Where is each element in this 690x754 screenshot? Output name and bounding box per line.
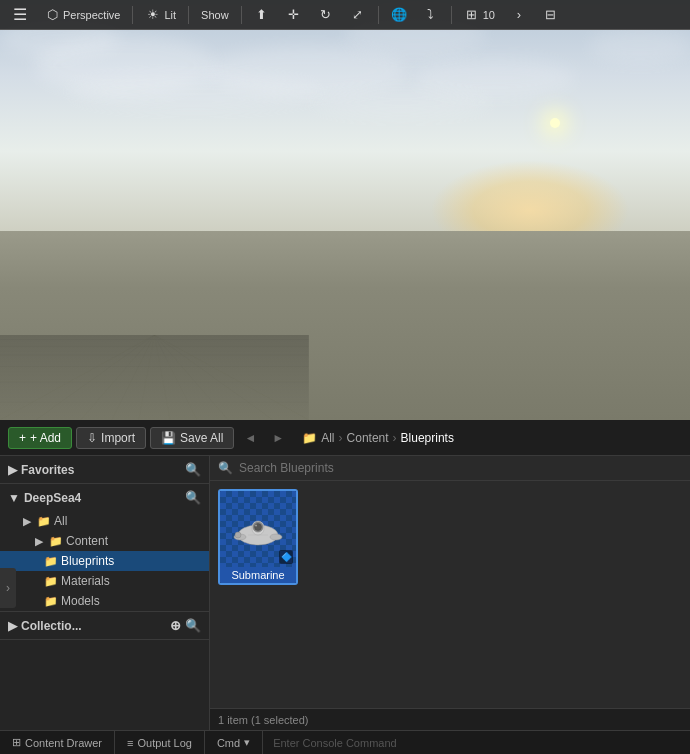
- add-button[interactable]: + + Add: [8, 427, 72, 449]
- tree-item-models[interactable]: 📁 Models: [0, 591, 209, 611]
- separator: [241, 6, 242, 24]
- collections-actions: ⊕ 🔍: [170, 618, 201, 633]
- scale-tool-button[interactable]: ⤢: [344, 5, 372, 25]
- rotate-tool-button[interactable]: ↻: [312, 5, 340, 25]
- tree-content-label: Content: [66, 534, 108, 548]
- cursor-icon: ⬆: [254, 7, 270, 23]
- asset-name-label: Submarine: [220, 567, 296, 583]
- favorites-label: Favorites: [21, 463, 74, 477]
- tree-all-label: All: [54, 514, 67, 528]
- folder-models-icon: 📁: [44, 594, 58, 608]
- favorites-header[interactable]: ▶ Favorites 🔍: [0, 456, 209, 483]
- breadcrumb-content[interactable]: Content: [347, 431, 389, 445]
- asset-thumbnail: 🔷: [220, 491, 296, 567]
- tree-blueprints-label: Blueprints: [61, 554, 114, 568]
- folder-content-icon: 📁: [49, 534, 63, 548]
- maximize-icon: ⊟: [543, 7, 559, 23]
- import-icon: ⇩: [87, 431, 97, 445]
- viewport[interactable]: ☰ ⬡ Perspective ☀ Lit Show ⬆ ✛ ↻ ⤢: [0, 0, 690, 420]
- deepsea4-header[interactable]: ▼ DeepSea4 🔍: [0, 484, 209, 511]
- separator: [451, 6, 452, 24]
- grid-icon: ⊞: [464, 7, 480, 23]
- tree-item-blueprints[interactable]: 📁 Blueprints: [0, 551, 209, 571]
- lit-button[interactable]: ☀ Lit: [139, 5, 182, 25]
- search-collections-icon[interactable]: 🔍: [185, 618, 201, 633]
- nav-back-button[interactable]: ◄: [238, 428, 262, 448]
- favorites-header-left: ▶ Favorites: [8, 463, 74, 477]
- tree-item-content[interactable]: ▶ 📁 Content: [0, 531, 209, 551]
- search-icon: 🔍: [218, 461, 233, 475]
- deepsea4-label: DeepSea4: [24, 491, 81, 505]
- separator: [378, 6, 379, 24]
- save-icon: 💾: [161, 431, 176, 445]
- separator: [132, 6, 133, 24]
- collections-header[interactable]: ▶ Collectio... ⊕ 🔍: [0, 612, 209, 639]
- move-tool-button[interactable]: ✛: [280, 5, 308, 25]
- submarine-preview: [228, 499, 288, 559]
- asset-status-bar: 1 item (1 selected): [210, 708, 690, 730]
- log-icon: ≡: [127, 737, 133, 749]
- more-button[interactable]: ›: [505, 5, 533, 25]
- collections-header-left: ▶ Collectio...: [8, 619, 82, 633]
- content-drawer-main: ▶ Favorites 🔍 ▼ DeepSea4 🔍 ▶: [0, 456, 690, 730]
- import-button[interactable]: ⇩ Import: [76, 427, 146, 449]
- left-panel-toggle[interactable]: ›: [0, 568, 16, 608]
- output-log-label: Output Log: [137, 737, 191, 749]
- move-icon: ✛: [286, 7, 302, 23]
- asset-search-bar: 🔍: [210, 456, 690, 481]
- folder-blueprints-icon: 📁: [44, 554, 58, 568]
- breadcrumb-blueprints[interactable]: Blueprints: [401, 431, 454, 445]
- chevron-right-icon: ▶: [8, 463, 17, 477]
- maximize-button[interactable]: ⊟: [537, 5, 565, 25]
- show-label: Show: [201, 9, 229, 21]
- save-all-label: Save All: [180, 431, 223, 445]
- select-tool-button[interactable]: ⬆: [248, 5, 276, 25]
- chevron-down-icon: ▾: [244, 736, 250, 749]
- tree-item-materials[interactable]: 📁 Materials: [0, 571, 209, 591]
- search-icon[interactable]: 🔍: [185, 462, 201, 477]
- breadcrumb-sep2: ›: [393, 431, 397, 445]
- snap-icon: ⤵: [423, 7, 439, 23]
- add-collection-icon[interactable]: ⊕: [170, 618, 181, 633]
- svg-point-20: [255, 524, 262, 531]
- output-log-tab[interactable]: ≡ Output Log: [115, 731, 205, 754]
- collections-section: ▶ Collectio... ⊕ 🔍: [0, 612, 209, 640]
- toolbar-top: ☰ ⬡ Perspective ☀ Lit Show ⬆ ✛ ↻ ⤢: [0, 0, 690, 30]
- show-button[interactable]: Show: [195, 7, 235, 23]
- perspective-button[interactable]: ⬡ Perspective: [38, 5, 126, 25]
- asset-thumb-submarine[interactable]: 🔷 Submarine: [218, 489, 298, 585]
- nav-forward-button[interactable]: ►: [266, 428, 290, 448]
- asset-grid: 🔷 Submarine: [210, 481, 690, 708]
- drawer-icon: ⊞: [12, 736, 21, 749]
- console-command-area: Enter Console Command: [263, 737, 690, 749]
- hamburger-button[interactable]: ☰: [6, 5, 34, 25]
- world-button[interactable]: 🌐: [385, 5, 413, 25]
- chevron-right-icon: ▶: [8, 619, 17, 633]
- save-all-button[interactable]: 💾 Save All: [150, 427, 234, 449]
- content-drawer-label: Content Drawer: [25, 737, 102, 749]
- search-input[interactable]: [239, 461, 682, 475]
- folder-all-icon: 📁: [37, 514, 51, 528]
- add-label: + Add: [30, 431, 61, 445]
- svg-point-24: [235, 532, 241, 538]
- chevron-right-icon: ›: [511, 7, 527, 23]
- snap-button[interactable]: ⤵: [417, 5, 445, 25]
- grid-button[interactable]: ⊞ 10: [458, 5, 501, 25]
- svg-rect-16: [0, 335, 309, 420]
- tree-item-all[interactable]: ▶ 📁 All: [0, 511, 209, 531]
- chevron-right-icon: ▶: [20, 514, 34, 528]
- item-count-status: 1 item (1 selected): [218, 714, 308, 726]
- plus-icon: +: [19, 431, 26, 445]
- cmd-tab[interactable]: Cmd ▾: [205, 731, 263, 754]
- sun-icon: ☀: [145, 7, 161, 23]
- sidebar: ▶ Favorites 🔍 ▼ DeepSea4 🔍 ▶: [0, 456, 210, 730]
- breadcrumb-all[interactable]: All: [321, 431, 334, 445]
- hamburger-icon: ☰: [12, 7, 28, 23]
- folder-materials-icon: 📁: [44, 574, 58, 588]
- chevron-down-icon: ▼: [8, 491, 20, 505]
- asset-panel: 🔍: [210, 456, 690, 730]
- favorites-section: ▶ Favorites 🔍: [0, 456, 209, 484]
- content-drawer-tab[interactable]: ⊞ Content Drawer: [0, 731, 115, 754]
- search-icon-deepsea[interactable]: 🔍: [185, 490, 201, 505]
- rotate-icon: ↻: [318, 7, 334, 23]
